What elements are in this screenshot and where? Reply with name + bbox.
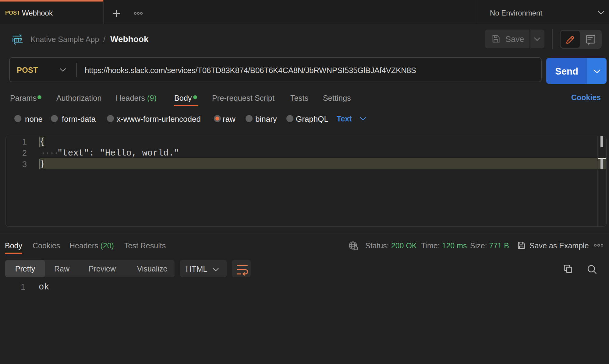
svg-text:HTTP: HTTP <box>12 37 22 43</box>
